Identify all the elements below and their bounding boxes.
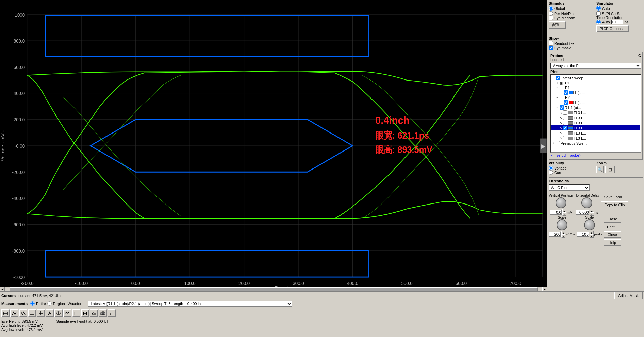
zoom-fit-btn[interactable]: ⊞ xyxy=(605,166,615,173)
zoom-label: Zoom xyxy=(596,161,643,165)
vert-pos-input[interactable] xyxy=(550,210,562,215)
entire-label: Entire xyxy=(36,302,46,306)
insert-diff-probe[interactable]: <Insert diff probe> xyxy=(550,153,641,158)
eye-mask-check[interactable]: Eye mask xyxy=(549,46,643,50)
tree-tl3-1[interactable]: ∿ TL3 L... xyxy=(551,110,640,115)
scroll-thumb[interactable] xyxy=(10,287,538,291)
meas-btn-6[interactable] xyxy=(46,309,54,317)
sim-auto-radio[interactable] xyxy=(596,6,601,11)
thresholds-dropdown[interactable]: All IC Pins xyxy=(549,184,590,191)
meas-btn-9[interactable]: f xyxy=(72,309,80,317)
tl3-6-color xyxy=(568,137,573,140)
tree-latest-sweep[interactable]: − Latest Sweep ... xyxy=(551,75,640,81)
copy-to-clip-btn[interactable]: Copy to Clip xyxy=(601,201,629,208)
print-btn[interactable]: Print... xyxy=(604,224,621,230)
eye-diagram-check[interactable]: Eye diagram xyxy=(549,16,595,20)
time-res-row: Auto ps xyxy=(596,20,643,24)
zoom-in-btn[interactable]: 🔍 xyxy=(596,166,604,173)
tree-tl3-5[interactable]: ∿ TL3 L... xyxy=(551,130,640,136)
meas-btn-10[interactable] xyxy=(81,309,89,317)
vert-pos-arrows[interactable]: ▲ ▼ xyxy=(562,209,566,216)
tree-r1-pin[interactable]: 1 (at... xyxy=(551,90,640,95)
pice-options-btn[interactable]: PICE Options... xyxy=(596,25,629,32)
config-btn[interactable]: 配置... xyxy=(549,21,566,29)
pins-row: Pins xyxy=(550,70,641,74)
cursors-bar: Cursors cursor: -471.5mV, 421.8ps Adjust… xyxy=(0,292,644,299)
adjust-mask-btn[interactable]: Adjust Mask xyxy=(614,292,643,299)
horiz-scale-input[interactable] xyxy=(577,232,589,237)
svg-text:200.0: 200.0 xyxy=(238,281,250,286)
horiz-delay-up[interactable]: ▲ xyxy=(590,209,594,212)
vert-scale-arrows[interactable]: ▲ ▼ xyxy=(561,231,565,238)
time-res-input[interactable] xyxy=(611,20,623,24)
tree-u1[interactable]: + ⊞ U1 xyxy=(551,81,640,85)
probe-tree[interactable]: − Latest Sweep ... + ⊞ U1 − □ R1 xyxy=(550,74,641,153)
horiz-scale-up[interactable]: ▲ xyxy=(590,231,594,234)
meas-btn-11[interactable] xyxy=(90,309,98,317)
stimulus-global-radio[interactable]: Global xyxy=(549,6,595,11)
svg-text:0.4inch: 0.4inch xyxy=(375,114,410,126)
meas-btn-13[interactable]: ∑ xyxy=(108,309,116,317)
vert-pos-up[interactable]: ▲ xyxy=(562,209,566,212)
meas-btn-1[interactable] xyxy=(1,309,10,317)
region-radio[interactable] xyxy=(47,301,52,306)
tree-tl3-4[interactable]: ∿ TL3 L... xyxy=(551,125,640,130)
readout-text-check[interactable]: Readout text xyxy=(549,41,643,46)
chart-scrollbar-h[interactable]: ◀ ▶ xyxy=(0,287,547,291)
meas-btn-3[interactable] xyxy=(19,309,27,317)
horiz-delay-knob[interactable] xyxy=(581,197,592,208)
meas-btn-8[interactable] xyxy=(63,309,71,317)
scroll-left-arrow[interactable]: ◀ xyxy=(0,287,5,292)
tree-tl3-2[interactable]: ∿ TL3 L... xyxy=(551,115,640,120)
meas-btn-4[interactable] xyxy=(28,309,36,317)
scale-row: Scale ▲ ▼ mV/div Scale xyxy=(549,216,643,246)
horiz-scale-unit: ps/div xyxy=(594,233,602,236)
expand-icon[interactable]: − xyxy=(551,76,555,80)
scroll-right-arrow[interactable]: ▶ xyxy=(542,287,547,292)
help-btn[interactable]: Help xyxy=(604,239,621,246)
svg-text:-200.0: -200.0 xyxy=(21,281,34,286)
save-load-btn[interactable]: Save/Load... xyxy=(601,194,629,200)
vert-scale-down[interactable]: ▼ xyxy=(561,234,565,238)
horiz-delay-arrows[interactable]: ▲ ▼ xyxy=(590,209,594,216)
sipi-checkbox[interactable] xyxy=(596,11,601,16)
erase-btn[interactable]: Erase xyxy=(604,216,621,223)
vert-scale-knob[interactable] xyxy=(557,219,567,230)
measurements-label: Measurements xyxy=(1,302,28,306)
close-btn[interactable]: Close xyxy=(604,231,621,238)
located-dropdown[interactable]: Always at the Pin xyxy=(550,63,641,69)
vert-pos-knob[interactable] xyxy=(556,197,566,208)
horiz-delay-down[interactable]: ▼ xyxy=(590,212,594,216)
vert-scale-up[interactable]: ▲ xyxy=(561,231,565,234)
tree-tl3-3[interactable]: ∿ TL3 L... xyxy=(551,120,640,125)
tl3-2-color xyxy=(568,116,573,120)
tree-r2[interactable]: − □ R2 xyxy=(551,95,640,100)
time-res-auto-radio[interactable] xyxy=(596,20,601,24)
waveform-select[interactable]: Latest: V [R1.1 (at pin)/R2.1 (at pin)] … xyxy=(88,301,292,307)
horiz-scale-down[interactable]: ▼ xyxy=(590,234,594,238)
simulator-label: Simulator xyxy=(596,1,643,5)
tree-r1[interactable]: − □ R1 xyxy=(551,85,640,90)
vert-pos-down[interactable]: ▼ xyxy=(562,212,566,216)
horiz-delay-input[interactable] xyxy=(576,210,589,215)
tree-tl3-6[interactable]: ∿ TL3 L... xyxy=(551,136,640,141)
horiz-scale-arrows[interactable]: ▲ ▼ xyxy=(590,231,594,238)
horiz-scale-knob[interactable] xyxy=(584,219,595,230)
tree-r2-pin[interactable]: 1 (at... xyxy=(551,100,640,105)
vert-scale-input[interactable] xyxy=(549,232,561,237)
tree-prev-sweep[interactable]: + Previous Swe... xyxy=(551,141,640,146)
entire-radio[interactable] xyxy=(30,301,35,306)
tl3-4-color xyxy=(568,126,573,130)
horiz-delay-label: Horizontal Delay xyxy=(574,194,599,197)
sipi-check[interactable]: SI/PI Co-Sim xyxy=(596,11,643,16)
meas-btn-12[interactable] xyxy=(99,309,107,317)
tree-r1-1[interactable]: − R1.1 (at... xyxy=(551,105,640,110)
voltage-radio[interactable]: Voltage xyxy=(549,166,595,170)
vert-pos-unit: mV xyxy=(567,211,572,214)
stimulus-per-net-radio[interactable]: Per-Net/Pin xyxy=(549,11,595,16)
current-radio[interactable]: Current xyxy=(549,170,595,175)
svg-text:-0.00: -0.00 xyxy=(15,143,25,149)
meas-btn-7[interactable] xyxy=(54,309,63,317)
meas-btn-5[interactable] xyxy=(37,309,45,317)
meas-btn-2[interactable] xyxy=(10,309,18,317)
